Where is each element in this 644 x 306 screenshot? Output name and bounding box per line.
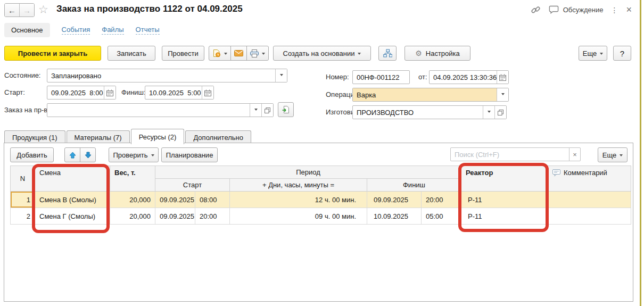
col-header-weight[interactable]: Вес, т. [110,166,155,192]
cell-comment[interactable] [548,208,631,225]
cell-reactor[interactable]: Р-11 [461,208,548,225]
create-based-on-button[interactable]: Создать на основании [273,46,371,61]
print-button[interactable] [246,46,269,61]
cell-n[interactable]: 1 [11,192,35,208]
nav-tab-main[interactable]: Основное [4,23,50,37]
date-calendar-button[interactable] [497,71,508,84]
move-down-button[interactable] [80,147,96,162]
cell-start-time[interactable]: 08:00 [195,192,230,208]
send-email-button[interactable] [230,46,247,61]
tab-resources[interactable]: Ресурсы (2) [131,129,185,144]
schedule-document-button[interactable] [209,46,231,61]
table-row[interactable]: 1 Смена В (Смолы) 20,000 09.09.2025 08:0… [11,192,631,208]
col-header-finish[interactable]: Финиш [367,179,461,192]
kebab-menu-icon[interactable]: ⋮ [610,6,618,14]
cell-start-time[interactable]: 20:00 [195,208,230,225]
document-action-icons [209,46,269,61]
col-header-delta[interactable]: + Дни, часы, минуты = [230,179,367,192]
start-label: Старт: [4,88,25,96]
production-order-dropdown-button[interactable] [250,104,261,117]
document-green-arrow-icon [282,105,290,114]
cell-weight[interactable]: 20,000 [110,208,155,225]
state-field[interactable]: Запланировано [47,69,287,82]
manufacturer-field[interactable]: ПРОИЗВОДСТВО [352,105,507,119]
table-more-button[interactable]: Еще [598,147,628,162]
production-order-open-button[interactable] [261,104,273,117]
help-button[interactable]: ? [613,46,631,61]
check-button[interactable]: Проверить [109,147,159,162]
finish-calendar-button[interactable] [202,86,213,99]
back-button[interactable]: ← [5,4,19,16]
manufacturer-open-button[interactable] [494,106,506,119]
cell-shift[interactable]: Смена Г (Смолы) [35,208,110,225]
finish-value: 10.09.2025 5:00 [145,86,202,99]
cell-delta[interactable]: 12 ч. 00 мин. [230,192,367,208]
cell-finish-date[interactable]: 09.09.2025 [367,192,422,208]
operation-dropdown-button[interactable] [497,88,508,101]
nav-tab-events[interactable]: События [62,26,90,35]
settings-button[interactable]: ⚙ Настройка [404,46,470,61]
link-icon[interactable] [531,5,541,15]
resources-panel: Добавить Проверить Планирование × Еще [4,143,633,302]
manufacturer-value: ПРОИЗВОДСТВО [353,106,483,119]
move-row-group [64,147,96,162]
favorite-star-icon[interactable]: ☆ [38,3,48,16]
cell-reactor[interactable]: Р-11 [461,192,548,208]
post-and-close-button[interactable]: Провести и закрыть [4,46,101,61]
discussion-label: Обсуждение [563,6,604,14]
manufacturer-dropdown-button[interactable] [483,106,494,119]
start-calendar-button[interactable] [104,86,115,99]
save-button[interactable]: Записать [108,46,155,61]
post-button[interactable]: Провести [162,46,204,61]
chevron-down-icon [151,154,154,158]
col-header-period[interactable]: Период [155,166,461,179]
date-label: от: [418,73,427,81]
cell-start-date[interactable]: 09.09.2025 [155,208,195,225]
start-field[interactable]: 09.09.2025 8:00 [47,86,116,100]
col-header-start[interactable]: Старт [155,179,230,192]
chevron-down-icon [358,53,361,56]
cell-delta[interactable]: 09 ч. 00 мин. [230,208,367,225]
state-dropdown-button[interactable] [275,69,287,82]
search-input[interactable] [450,147,569,161]
number-field[interactable]: 00НФ-001122 [352,70,410,84]
discussion-icon [548,5,559,14]
col-header-n[interactable]: N [11,166,35,192]
planning-button[interactable]: Планирование [161,147,218,162]
forward-button[interactable]: → [19,4,34,16]
cell-finish-time[interactable]: 20:00 [422,192,461,208]
state-value: Запланировано [47,69,275,82]
search-clear-button[interactable]: × [569,147,581,161]
cell-start-date[interactable]: 09.09.2025 [155,192,195,208]
document-structure-button[interactable] [378,46,397,61]
cell-finish-time[interactable]: 05:00 [422,208,461,225]
more-button[interactable]: Еще [579,46,607,61]
discussion-button[interactable]: Обсуждение [548,5,604,14]
finish-field[interactable]: 10.09.2025 5:00 [145,86,214,100]
cell-finish-date[interactable]: 10.09.2025 [367,208,422,225]
open-in-window-icon [265,107,270,113]
move-up-button[interactable] [64,147,80,162]
nav-tab-files[interactable]: Файлы [102,26,123,35]
production-order-field[interactable] [47,103,274,117]
table-row[interactable]: 2 Смена Г (Смолы) 20,000 09.09.2025 20:0… [11,208,631,225]
cell-n[interactable]: 2 [11,208,35,225]
col-header-shift[interactable]: Смена [35,166,110,192]
cell-comment[interactable] [548,192,631,208]
calendar-icon [204,89,211,96]
chevron-down-icon [600,53,603,56]
add-row-button[interactable]: Добавить [10,147,54,162]
fill-from-order-button[interactable] [278,102,294,117]
production-order-value [47,104,250,117]
nav-tab-reports[interactable]: Отчеты [136,26,160,35]
page-title: Заказ на производство 1122 от 04.09.2025 [56,4,243,14]
operation-field[interactable]: Варка [352,88,509,102]
date-field[interactable]: 04.09.2025 13:30:36 [429,70,509,84]
search-box: × [450,147,581,161]
col-header-comment[interactable]: Комментарий [548,166,631,192]
col-header-reactor[interactable]: Реактор [461,166,548,192]
cell-weight[interactable]: 20,000 [110,192,155,208]
history-nav-group: ← → [4,3,35,17]
close-icon[interactable]: × [626,4,632,15]
cell-shift[interactable]: Смена В (Смолы) [35,192,110,208]
